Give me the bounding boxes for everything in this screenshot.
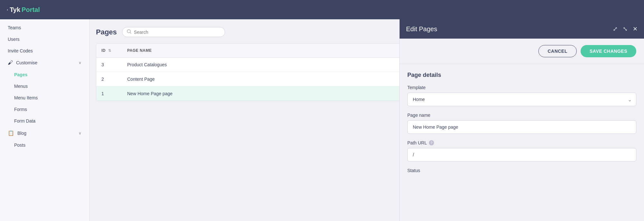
- template-select[interactable]: Home Content Page Product Catalogues: [407, 93, 636, 106]
- edit-panel-header: Edit Pages ⤢ ⤡ ✕: [400, 19, 644, 39]
- book-icon: 📋: [8, 130, 14, 136]
- sidebar-item-menu-items[interactable]: Menu Items: [0, 92, 89, 104]
- edit-panel-toolbar: CANCEL SAVE CHANGES: [400, 39, 644, 64]
- sidebar-item-form-data-label: Form Data: [14, 118, 35, 124]
- logo-tyk: Tyk: [10, 6, 20, 14]
- status-label: Status: [407, 168, 636, 173]
- top-bar: · Tyk Portal: [0, 0, 644, 19]
- sidebar-item-menus-label: Menus: [14, 84, 28, 89]
- sidebar-item-forms-label: Forms: [14, 107, 27, 112]
- chevron-down-icon: ∨: [79, 60, 81, 65]
- sidebar: Teams Users Invite Codes 🖌 Customise ∨ P…: [0, 19, 90, 221]
- row-id: 1: [96, 87, 122, 101]
- help-icon[interactable]: ?: [429, 140, 434, 145]
- search-input[interactable]: [134, 30, 220, 35]
- search-icon: [127, 29, 131, 35]
- path-url-input[interactable]: [407, 148, 636, 161]
- edit-panel-body: Page details Template Home Content Page …: [400, 64, 644, 221]
- sidebar-item-customise[interactable]: 🖌 Customise ∨: [0, 57, 89, 69]
- sidebar-item-teams[interactable]: Teams: [0, 22, 89, 33]
- template-select-wrapper: Home Content Page Product Catalogues ⌄: [407, 93, 636, 106]
- path-url-field-group: Path URL ?: [407, 140, 636, 161]
- sidebar-item-users-label: Users: [8, 37, 20, 42]
- page-name-label: Page name: [407, 113, 636, 118]
- logo-portal: Portal: [22, 6, 40, 14]
- path-url-label: Path URL ?: [407, 140, 636, 145]
- sort-icon-id: ⇅: [108, 49, 111, 52]
- template-label: Template: [407, 85, 636, 90]
- status-field-group: Status: [407, 168, 636, 173]
- close-icon[interactable]: ✕: [633, 25, 638, 32]
- logo-bracket: ·: [6, 5, 8, 14]
- edit-panel: Edit Pages ⤢ ⤡ ✕ CANCEL SAVE CHANGES Pag…: [399, 19, 644, 221]
- page-name-field-group: Page name: [407, 113, 636, 134]
- edit-panel-title: Edit Pages: [406, 25, 437, 33]
- save-changes-button[interactable]: SAVE CHANGES: [581, 45, 636, 57]
- row-id: 2: [96, 72, 122, 87]
- search-wrapper: [122, 27, 225, 37]
- sidebar-item-form-data[interactable]: Form Data: [0, 115, 89, 127]
- section-title: Page details: [407, 72, 636, 78]
- sidebar-item-pages-label: Pages: [14, 72, 27, 77]
- sidebar-item-blog-label: Blog: [17, 131, 26, 136]
- svg-line-1: [130, 32, 131, 33]
- sidebar-item-invite-codes-label: Invite Codes: [8, 48, 33, 53]
- sidebar-item-menu-items-label: Menu Items: [14, 95, 38, 100]
- col-id[interactable]: ID ⇅: [96, 44, 122, 58]
- sidebar-item-blog[interactable]: 📋 Blog ∨: [0, 127, 89, 139]
- logo: · Tyk Portal: [6, 5, 40, 14]
- content-area: Pages ID: [90, 19, 644, 221]
- edit-panel-icons: ⤢ ⤡ ✕: [613, 25, 638, 32]
- pages-title: Pages: [96, 28, 117, 36]
- main-layout: Teams Users Invite Codes 🖌 Customise ∨ P…: [0, 19, 644, 221]
- brush-icon: 🖌: [8, 60, 13, 66]
- sidebar-item-forms[interactable]: Forms: [0, 104, 89, 115]
- sidebar-item-pages[interactable]: Pages: [0, 69, 89, 80]
- sidebar-item-posts-label: Posts: [14, 143, 25, 148]
- template-field-group: Template Home Content Page Product Catal…: [407, 85, 636, 106]
- external-link-icon[interactable]: ⤢: [613, 25, 618, 32]
- sidebar-item-users[interactable]: Users: [0, 33, 89, 45]
- page-name-input[interactable]: [407, 120, 636, 134]
- sidebar-item-teams-label: Teams: [8, 25, 21, 30]
- row-id: 3: [96, 58, 122, 72]
- chevron-down-icon-blog: ∨: [79, 131, 81, 135]
- sidebar-item-invite-codes[interactable]: Invite Codes: [0, 45, 89, 57]
- sidebar-item-posts[interactable]: Posts: [0, 139, 89, 151]
- cancel-button[interactable]: CANCEL: [538, 45, 577, 57]
- expand-icon[interactable]: ⤡: [623, 25, 628, 32]
- sidebar-item-menus[interactable]: Menus: [0, 80, 89, 92]
- sidebar-item-customise-label: Customise: [16, 60, 37, 65]
